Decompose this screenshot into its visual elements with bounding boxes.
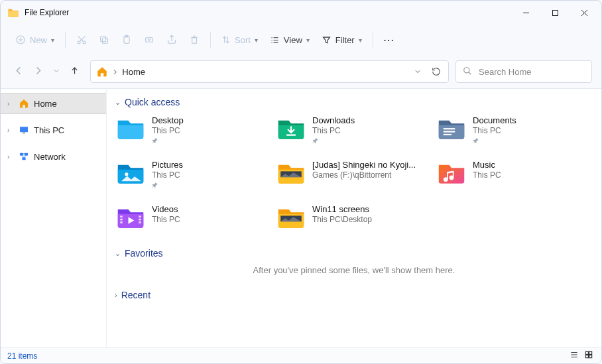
item-name: Videos <box>152 204 180 215</box>
item-location: This PC <box>152 170 183 180</box>
expander-icon[interactable]: › <box>7 127 14 134</box>
quick-access-item[interactable]: DownloadsThis PC <box>275 114 433 148</box>
quick-access-item[interactable]: PicturesThis PC <box>115 158 272 192</box>
item-location: This PC <box>473 170 501 180</box>
svg-rect-50 <box>585 351 588 354</box>
item-location: Games (F:)\qBittorrent <box>312 170 416 180</box>
app-folder-icon <box>7 7 19 19</box>
quick-access-grid: DesktopThis PCDownloadsThis PCDocumentsT… <box>115 114 593 232</box>
svg-rect-35 <box>444 128 455 129</box>
section-header-favorites[interactable]: ⌄ Favorites <box>115 248 593 259</box>
section-header-quick-access[interactable]: ⌄ Quick access <box>115 97 593 107</box>
sidebar-item-label: Network <box>34 152 66 162</box>
svg-rect-44 <box>139 219 141 221</box>
item-count: 21 items <box>7 351 37 361</box>
item-location: This PC <box>312 126 355 136</box>
toolbar-separator <box>65 32 66 48</box>
sidebar-item-network[interactable]: › Network <box>1 146 106 167</box>
sidebar-item-label: Home <box>34 99 57 109</box>
svg-line-26 <box>469 72 471 74</box>
svg-rect-37 <box>444 134 452 135</box>
quick-access-item[interactable]: VideosThis PC <box>115 203 272 232</box>
filter-button[interactable]: Filter ▾ <box>316 29 367 51</box>
svg-rect-41 <box>120 219 123 221</box>
quick-access-item[interactable]: [Judas] Shingeki no Kyoji...Games (F:)\q… <box>275 158 433 192</box>
svg-rect-43 <box>139 215 141 217</box>
history-dropdown-button[interactable] <box>411 68 424 76</box>
share-button[interactable] <box>161 29 182 51</box>
item-name: Desktop <box>152 115 184 126</box>
command-toolbar: New ▾ Sort ▾ View ▾ Filter ▾ ··· <box>1 25 601 55</box>
breadcrumb-separator: › <box>113 66 117 78</box>
cut-button[interactable] <box>71 29 92 51</box>
svg-rect-1 <box>552 10 558 15</box>
section-header-recent[interactable]: › Recent <box>115 290 593 300</box>
new-button[interactable]: New ▾ <box>10 29 60 51</box>
pin-icon <box>312 137 355 147</box>
paste-button[interactable] <box>116 29 137 51</box>
copy-button[interactable] <box>93 29 115 51</box>
refresh-button[interactable] <box>430 67 443 76</box>
back-button[interactable] <box>14 66 24 78</box>
item-name: Downloads <box>312 115 355 126</box>
recent-locations-button[interactable] <box>52 66 60 78</box>
sidebar-item-this-pc[interactable]: › This PC <box>1 119 106 141</box>
folder-icon <box>276 160 306 186</box>
this-pc-icon <box>18 125 30 135</box>
filter-label: Filter <box>335 35 355 45</box>
svg-rect-45 <box>139 221 141 223</box>
details-view-button[interactable] <box>568 350 580 361</box>
nav-arrows <box>10 66 84 78</box>
folder-icon <box>276 115 306 142</box>
breadcrumb-location[interactable]: Home <box>122 67 145 77</box>
expander-icon[interactable]: › <box>7 100 14 107</box>
expander-icon[interactable]: › <box>7 153 14 160</box>
quick-access-item[interactable]: DesktopThis PC <box>115 114 272 148</box>
svg-rect-53 <box>589 355 592 358</box>
quick-access-item[interactable]: MusicThis PC <box>436 158 593 192</box>
maximize-button[interactable] <box>540 3 570 23</box>
home-icon <box>96 66 108 78</box>
svg-rect-12 <box>101 36 106 42</box>
quick-access-item[interactable]: DocumentsThis PC <box>436 114 593 148</box>
title-bar: File Explorer <box>1 1 601 25</box>
home-icon <box>18 98 30 109</box>
more-button[interactable]: ··· <box>379 29 400 51</box>
pin-icon <box>473 137 516 147</box>
svg-rect-36 <box>444 131 455 133</box>
svg-rect-30 <box>25 153 28 156</box>
svg-rect-29 <box>20 153 23 156</box>
item-name: Pictures <box>152 160 183 170</box>
up-button[interactable] <box>70 66 80 78</box>
close-button[interactable] <box>570 3 599 23</box>
delete-button[interactable] <box>184 29 205 51</box>
minimize-button[interactable] <box>511 3 540 23</box>
address-bar[interactable]: › Home <box>90 60 449 83</box>
section-title: Favorites <box>125 248 163 259</box>
rename-button[interactable] <box>139 29 160 51</box>
network-icon <box>18 151 30 162</box>
folder-icon <box>116 204 145 231</box>
chevron-down-icon: ▾ <box>255 36 258 44</box>
sidebar-item-home[interactable]: › Home <box>1 93 106 114</box>
folder-icon <box>116 160 145 186</box>
sort-label: Sort <box>235 35 251 45</box>
window-title: File Explorer <box>25 8 511 17</box>
section-title: Quick access <box>125 97 180 107</box>
svg-rect-28 <box>23 133 25 133</box>
navigation-sidebar: › Home › This PC › Network <box>1 89 107 347</box>
forward-button[interactable] <box>33 66 43 78</box>
view-button[interactable]: View ▾ <box>265 29 315 51</box>
quick-access-item[interactable]: Win11 screensThis PC\Desktop <box>275 203 433 232</box>
thumbnails-view-button[interactable] <box>583 350 595 361</box>
pin-icon <box>152 182 183 191</box>
status-bar: 21 items <box>1 347 601 363</box>
svg-rect-31 <box>22 157 25 160</box>
folder-icon <box>437 160 466 186</box>
chevron-down-icon: ⌄ <box>115 249 121 258</box>
item-location: This PC <box>152 126 184 136</box>
favorites-empty-hint: After you've pinned some files, we'll sh… <box>115 265 593 275</box>
sort-button[interactable]: Sort ▾ <box>216 29 263 51</box>
search-box[interactable]: Search Home <box>455 60 592 83</box>
pin-icon <box>152 137 184 147</box>
